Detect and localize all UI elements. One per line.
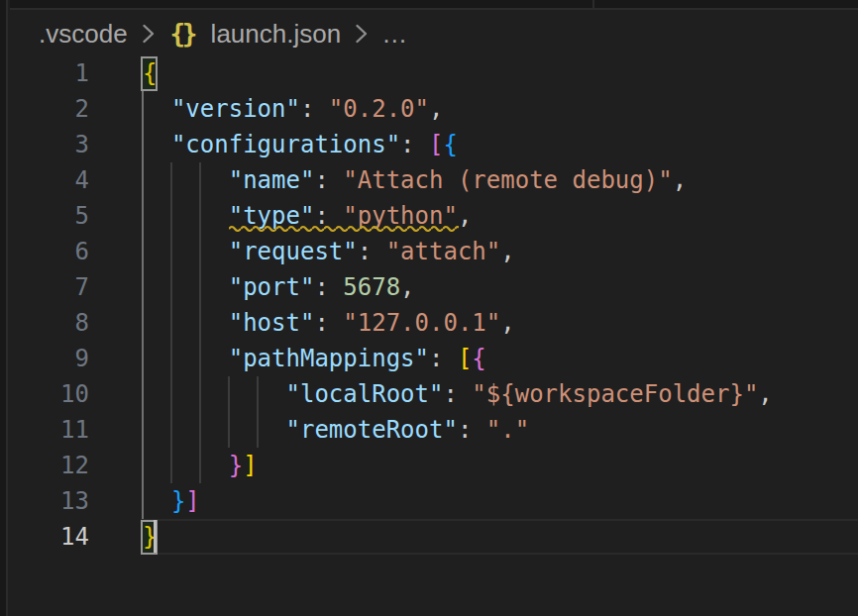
tab-bar[interactable] xyxy=(10,0,858,10)
code-line-2[interactable]: 2 "version": "0.2.0", xyxy=(10,91,858,127)
code-line-14[interactable]: 14} xyxy=(10,519,858,555)
code-line-11[interactable]: 11 "remoteRoot": "." xyxy=(10,412,858,448)
line-number: 4 xyxy=(10,162,89,198)
code-text: "name": "Attach (remote debug)", xyxy=(143,162,687,198)
code-text: }] xyxy=(143,483,200,519)
warning-squiggle xyxy=(229,223,459,232)
code-text: "port": 5678, xyxy=(143,269,415,305)
code-text: "host": "127.0.0.1", xyxy=(143,305,515,341)
code-editor[interactable]: 1{2 "version": "0.2.0",3 "configurations… xyxy=(10,55,858,616)
code-line-6[interactable]: 6 "request": "attach", xyxy=(10,234,858,269)
tab-divider xyxy=(592,0,594,10)
line-number: 10 xyxy=(10,376,89,412)
code-text: "pathMappings": [{ xyxy=(143,341,486,376)
code-line-4[interactable]: 4 "name": "Attach (remote debug)", xyxy=(10,162,858,198)
code-line-8[interactable]: 8 "host": "127.0.0.1", xyxy=(10,305,858,341)
line-number: 7 xyxy=(10,269,89,305)
breadcrumb-symbol[interactable]: … xyxy=(381,19,407,50)
chevron-right-icon xyxy=(140,19,157,49)
chevron-right-icon xyxy=(353,19,370,49)
code-line-12[interactable]: 12 }] xyxy=(10,448,858,483)
code-line-13[interactable]: 13 }] xyxy=(10,483,858,519)
line-number: 14 xyxy=(10,519,89,555)
editor-group: .vscode {} launch.json … 1{2 "version": … xyxy=(10,0,858,616)
line-number: 5 xyxy=(10,198,89,234)
line-number: 8 xyxy=(10,305,89,341)
code-text: "version": "0.2.0", xyxy=(143,91,443,127)
line-number: 6 xyxy=(10,234,89,269)
code-line-9[interactable]: 9 "pathMappings": [{ xyxy=(10,341,858,376)
code-line-7[interactable]: 7 "port": 5678, xyxy=(10,269,858,305)
code-lines: 1{2 "version": "0.2.0",3 "configurations… xyxy=(10,55,858,555)
line-number: 1 xyxy=(10,55,89,91)
code-text: }] xyxy=(143,448,258,483)
code-text: "remoteRoot": "." xyxy=(143,412,529,448)
bracket-match-highlight xyxy=(141,56,158,91)
line-number: 13 xyxy=(10,483,89,519)
breadcrumb: .vscode {} launch.json … xyxy=(10,12,858,55)
line-number: 12 xyxy=(10,448,89,483)
code-text: "configurations": [{ xyxy=(143,127,458,162)
sidebar-edge xyxy=(0,0,8,616)
json-file-icon: {} xyxy=(170,19,195,49)
breadcrumb-folder[interactable]: .vscode xyxy=(39,19,128,50)
code-line-3[interactable]: 3 "configurations": [{ xyxy=(10,127,858,162)
line-number: 9 xyxy=(10,341,89,376)
breadcrumb-file[interactable]: launch.json xyxy=(211,19,342,50)
line-number: 3 xyxy=(10,127,89,162)
code-line-10[interactable]: 10 "localRoot": "${workspaceFolder}", xyxy=(10,376,858,412)
line-number: 11 xyxy=(10,412,89,448)
code-line-1[interactable]: 1{ xyxy=(10,55,858,91)
line-number: 2 xyxy=(10,91,89,127)
text-cursor xyxy=(154,520,157,553)
code-text: "request": "attach", xyxy=(143,234,515,269)
code-text: "localRoot": "${workspaceFolder}", xyxy=(143,376,773,412)
